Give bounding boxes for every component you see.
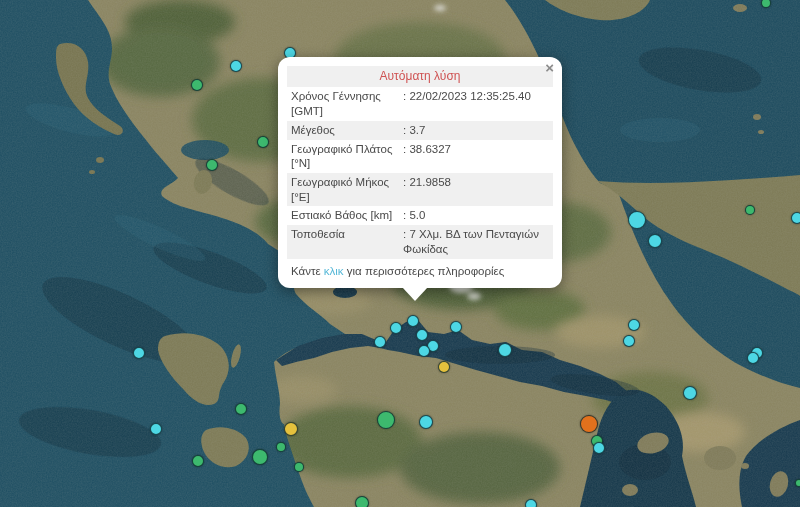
earthquake-marker[interactable] (791, 212, 800, 224)
popup-row-value: : 3.7 (403, 123, 549, 138)
earthquake-marker[interactable] (419, 415, 433, 429)
earthquake-marker[interactable] (418, 345, 430, 357)
earthquake-marker[interactable] (580, 415, 598, 433)
popup-row-label: Γεωγραφικό Μήκος [°E] (291, 175, 403, 204)
popup-row-label: Γεωγραφικό Πλάτος [°N] (291, 142, 403, 171)
earthquake-marker[interactable] (498, 343, 512, 357)
popup-row-value: : 22/02/2023 12:35:25.40 (403, 89, 549, 118)
earthquake-marker[interactable] (683, 386, 697, 400)
earthquake-marker[interactable] (276, 442, 286, 452)
earthquake-marker[interactable] (407, 315, 419, 327)
earthquake-marker[interactable] (438, 361, 450, 373)
earthquake-marker[interactable] (374, 336, 386, 348)
earthquake-marker[interactable] (593, 442, 605, 454)
earthquake-marker[interactable] (284, 422, 298, 436)
footer-text: Κάντε (291, 265, 324, 277)
earthquake-marker[interactable] (390, 322, 402, 334)
earthquake-marker[interactable] (525, 499, 537, 507)
earthquake-popup: × Αυτόματη λύση Χρόνος Γέννησης [GMT] : … (278, 57, 562, 288)
earthquake-marker[interactable] (745, 205, 755, 215)
popup-title: Αυτόματη λύση (287, 66, 553, 87)
earthquake-marker[interactable] (257, 136, 269, 148)
popup-row-label: Χρόνος Γέννησης [GMT] (291, 89, 403, 118)
earthquake-marker[interactable] (377, 411, 395, 429)
earthquake-marker[interactable] (628, 319, 640, 331)
popup-row: Εστιακό Βάθος [km] : 5.0 (287, 206, 553, 225)
popup-row-label: Εστιακό Βάθος [km] (291, 208, 403, 223)
popup-row: Μέγεθος : 3.7 (287, 121, 553, 140)
popup-row-value: : 7 Χλμ. ΒΔ των Πενταγιών Φωκίδας (403, 227, 549, 256)
popup-tail (402, 287, 428, 301)
earthquake-marker[interactable] (648, 234, 662, 248)
earthquake-marker[interactable] (252, 449, 268, 465)
earthquake-marker[interactable] (133, 347, 145, 359)
earthquake-marker[interactable] (294, 462, 304, 472)
popup-row: Χρόνος Γέννησης [GMT] : 22/02/2023 12:35… (287, 87, 553, 120)
popup-row-value: : 38.6327 (403, 142, 549, 171)
more-info-link[interactable]: κλικ (324, 265, 344, 277)
earthquake-marker[interactable] (191, 79, 203, 91)
earthquake-marker[interactable] (355, 496, 369, 507)
close-icon[interactable]: × (545, 60, 554, 75)
popup-row: Γεωγραφικό Μήκος [°E] : 21.9858 (287, 173, 553, 206)
popup-row-value: : 21.9858 (403, 175, 549, 204)
earthquake-marker[interactable] (795, 479, 800, 487)
popup-row: Γεωγραφικό Πλάτος [°N] : 38.6327 (287, 140, 553, 173)
popup-row-label: Τοποθεσία (291, 227, 403, 256)
popup-row: Τοποθεσία : 7 Χλμ. ΒΔ των Πενταγιών Φωκί… (287, 225, 553, 258)
popup-row-value: : 5.0 (403, 208, 549, 223)
earthquake-marker[interactable] (206, 159, 218, 171)
earthquake-marker[interactable] (628, 211, 646, 229)
earthquake-marker[interactable] (623, 335, 635, 347)
map[interactable]: × Αυτόματη λύση Χρόνος Γέννησης [GMT] : … (0, 0, 800, 507)
earthquake-marker[interactable] (416, 329, 428, 341)
earthquake-marker[interactable] (150, 423, 162, 435)
footer-text: για περισσότερες πληροφορίες (344, 265, 505, 277)
earthquake-marker[interactable] (230, 60, 242, 72)
earthquake-marker[interactable] (235, 403, 247, 415)
popup-footer: Κάντε κλικ για περισσότερες πληροφορίες (287, 259, 553, 281)
earthquake-marker[interactable] (747, 352, 759, 364)
earthquake-marker[interactable] (450, 321, 462, 333)
popup-row-label: Μέγεθος (291, 123, 403, 138)
earthquake-marker[interactable] (192, 455, 204, 467)
